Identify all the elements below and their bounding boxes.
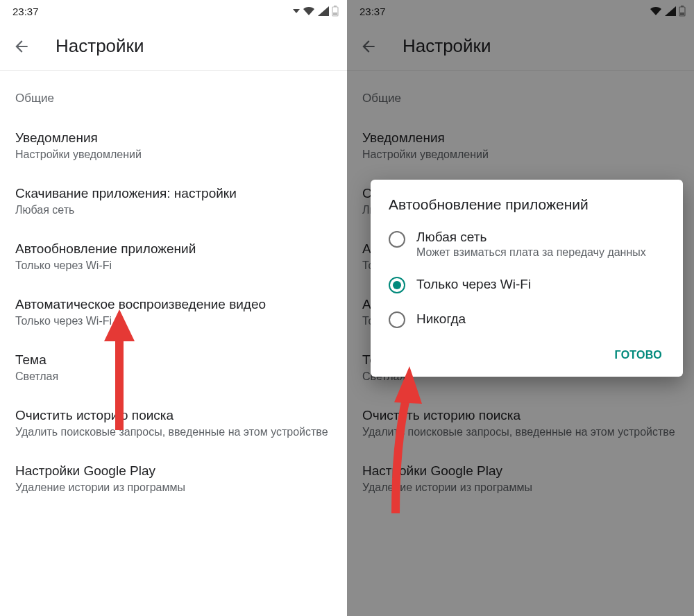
screen-bg: 23:37 Настройки Общие Уведомления Настро… [0, 0, 347, 616]
option-label: Никогда [416, 311, 466, 327]
page-title: Настройки [56, 35, 144, 57]
dialog-actions: ГОТОВО [371, 336, 683, 367]
svg-rect-2 [333, 12, 337, 15]
radio-option-any-network[interactable]: Любая сеть Может взиматься плата за пере… [371, 221, 683, 267]
status-icons [293, 6, 339, 17]
radio-icon [389, 311, 405, 328]
settings-list[interactable]: Общие Уведомления Настройки уведомлений … [0, 71, 347, 506]
cell-signal-icon [318, 6, 329, 16]
battery-icon [332, 6, 339, 17]
status-bar: 23:37 [0, 0, 347, 22]
phone-right: 23:37 Настройки Общие Уведомления Настро… [347, 0, 694, 616]
setting-clear-history[interactable]: Очистить историю поиска Удалить поисковы… [0, 395, 347, 451]
setting-name: Уведомления [15, 130, 332, 146]
setting-google-play[interactable]: Настройки Google Play Удаление истории и… [0, 451, 347, 506]
setting-name: Автообновление приложений [15, 241, 332, 257]
status-time: 23:37 [12, 6, 39, 17]
setting-sub: Только через Wi-Fi [15, 315, 332, 327]
app-bar: Настройки [0, 22, 347, 71]
autoupdate-dialog: Автообновление приложений Любая сеть Мож… [371, 180, 683, 377]
back-icon[interactable] [12, 37, 31, 55]
setting-name: Настройки Google Play [15, 463, 332, 479]
caret-down-icon [293, 8, 300, 15]
setting-notifications[interactable]: Уведомления Настройки уведомлений [0, 118, 347, 173]
setting-sub: Светлая [15, 370, 332, 383]
setting-sub: Любая сеть [15, 204, 332, 216]
setting-download[interactable]: Скачивание приложения: настройки Любая с… [0, 173, 347, 229]
radio-icon [389, 231, 405, 248]
dialog-scrim[interactable]: Автообновление приложений Любая сеть Мож… [347, 0, 694, 616]
wifi-icon [303, 6, 315, 16]
setting-sub: Настройки уведомлений [15, 148, 332, 161]
radio-icon [389, 277, 405, 293]
setting-autoplay[interactable]: Автоматическое воспроизведение видео Тол… [0, 284, 347, 340]
setting-name: Автоматическое воспроизведение видео [15, 297, 332, 312]
setting-theme[interactable]: Тема Светлая [0, 340, 347, 395]
setting-sub: Удаление истории из программы [15, 481, 332, 494]
done-button[interactable]: ГОТОВО [606, 343, 670, 367]
setting-name: Скачивание приложения: настройки [15, 186, 332, 201]
option-label: Любая сеть [416, 230, 646, 245]
option-sub: Может взиматься плата за передачу данных [416, 246, 646, 259]
phone-left: 23:37 Настройки Общие Уведомления Настро… [0, 0, 347, 616]
option-label: Только через Wi-Fi [416, 277, 531, 292]
radio-option-wifi-only[interactable]: Только через Wi-Fi [371, 267, 683, 302]
setting-autoupdate[interactable]: Автообновление приложений Только через W… [0, 229, 347, 284]
dialog-title: Автообновление приложений [371, 196, 683, 221]
setting-name: Тема [15, 352, 332, 368]
setting-sub: Удалить поисковые запросы, введенные на … [15, 426, 332, 438]
radio-option-never[interactable]: Никогда [371, 302, 683, 336]
section-label: Общие [0, 85, 347, 118]
setting-sub: Только через Wi-Fi [15, 259, 332, 272]
setting-name: Очистить историю поиска [15, 408, 332, 423]
